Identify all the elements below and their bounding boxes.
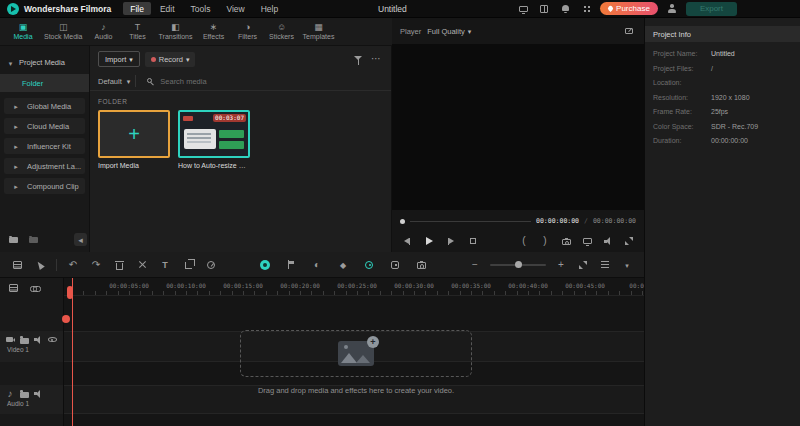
menu-tools[interactable]: Tools <box>184 2 218 15</box>
motion-tracking-icon[interactable] <box>362 258 376 272</box>
quality-selector[interactable]: Full Quality <box>427 26 471 36</box>
video-camera-icon[interactable] <box>4 334 16 345</box>
preview-viewport[interactable] <box>392 44 644 210</box>
sort-filter-icon[interactable] <box>351 52 365 66</box>
chevron-down-icon[interactable] <box>620 258 634 272</box>
current-timecode: 00:00:00:00 <box>536 217 579 225</box>
menu-view[interactable]: View <box>219 2 251 15</box>
split-icon[interactable] <box>135 258 149 272</box>
mute-track-icon[interactable] <box>32 388 44 399</box>
tab-media[interactable]: ▣ Media <box>10 23 36 40</box>
fit-timeline-icon[interactable] <box>576 258 590 272</box>
delete-icon[interactable] <box>112 258 126 272</box>
record-voiceover-icon[interactable] <box>258 258 272 272</box>
record-button[interactable]: Record <box>145 52 196 67</box>
tab-titles[interactable]: T Titles <box>125 23 151 40</box>
sidebar-item-adjustment-layer[interactable]: Adjustment La... <box>4 158 85 174</box>
more-options-icon[interactable] <box>369 52 383 66</box>
mark-out-icon[interactable] <box>538 234 552 248</box>
crop-icon[interactable] <box>181 258 195 272</box>
layout-icon[interactable] <box>537 2 551 16</box>
playhead-grip[interactable] <box>62 315 70 323</box>
detach-player-icon[interactable] <box>622 24 636 38</box>
play-icon[interactable] <box>422 234 436 248</box>
redo-icon[interactable] <box>89 258 103 272</box>
timeline-dropzone[interactable]: + <box>240 330 472 377</box>
templates-icon: ▦ <box>314 23 323 32</box>
speed-icon[interactable] <box>204 258 218 272</box>
zoom-slider[interactable] <box>490 264 546 266</box>
apps-grid-icon[interactable] <box>579 2 593 16</box>
tab-effects[interactable]: ∗ Effects <box>201 23 227 40</box>
select-tool-icon[interactable] <box>33 258 47 272</box>
cast-screen-icon[interactable] <box>516 2 530 16</box>
tab-stickers[interactable]: ☺ Stickers <box>269 23 295 40</box>
snapshot-icon[interactable] <box>414 258 428 272</box>
tab-audio[interactable]: ♪ Audio <box>91 23 117 40</box>
playhead-line[interactable] <box>72 278 73 426</box>
previous-frame-icon[interactable] <box>400 234 414 248</box>
scrubber-track[interactable] <box>410 221 531 222</box>
menu-file[interactable]: File <box>123 2 151 15</box>
notifications-bell-icon[interactable] <box>558 2 572 16</box>
track-view-toggle-icon[interactable] <box>598 258 612 272</box>
text-tool-icon[interactable] <box>158 258 172 272</box>
import-media-dropzone[interactable]: + <box>98 110 170 158</box>
sidebar-item-compound-clip[interactable]: Compound Clip <box>4 178 85 194</box>
tab-filters[interactable]: ◑ Filters <box>235 23 261 40</box>
link-clips-icon[interactable] <box>28 281 42 295</box>
zoom-out-icon[interactable] <box>468 258 482 272</box>
tab-templates[interactable]: ▦ Templates <box>303 23 335 40</box>
menu-help[interactable]: Help <box>254 2 285 15</box>
media-clip-tile[interactable]: 00:03:07 How to Auto-resize Vi... <box>178 110 250 169</box>
add-track-icon[interactable] <box>6 281 20 295</box>
mask-icon[interactable] <box>310 258 324 272</box>
add-media-plus-icon[interactable]: + <box>367 336 379 348</box>
project-info-row: Duration: 00:00:00:00 <box>653 137 792 144</box>
hide-track-eye-icon[interactable] <box>46 334 58 345</box>
sidebar-item-global-media[interactable]: Global Media <box>4 98 85 114</box>
mark-in-icon[interactable] <box>517 234 531 248</box>
undo-icon[interactable] <box>66 258 80 272</box>
timeline-ruler[interactable]: 00:00:05:00 00:00:10:00 00:00:15:00 00:0… <box>0 278 644 296</box>
manage-tracks-icon[interactable] <box>10 258 24 272</box>
sort-mode-value[interactable]: Default <box>98 77 122 86</box>
export-button[interactable]: Export <box>686 2 737 16</box>
chroma-key-icon[interactable] <box>388 258 402 272</box>
sidebar-item-project-media[interactable]: Project Media <box>0 54 89 71</box>
video-track-header[interactable]: Video 1 <box>0 331 63 362</box>
playhead-handle[interactable] <box>67 286 73 299</box>
delete-folder-icon[interactable] <box>26 232 40 246</box>
purchase-button[interactable]: Purchase <box>600 2 658 15</box>
zoom-in-icon[interactable] <box>554 258 568 272</box>
collapse-sidebar-button[interactable] <box>74 233 87 246</box>
music-note-icon[interactable] <box>4 388 16 399</box>
sidebar-item-influencer-kit[interactable]: Influencer Kit <box>4 138 85 154</box>
scrubber-handle[interactable] <box>400 219 405 224</box>
search-input[interactable] <box>160 77 383 86</box>
import-button[interactable]: Import <box>98 51 140 67</box>
account-avatar-icon[interactable] <box>665 2 679 16</box>
tab-transitions[interactable]: ◧ Transitions <box>159 23 193 40</box>
import-media-tile[interactable]: + Import Media <box>98 110 170 169</box>
clip-thumbnail[interactable]: 00:03:07 <box>178 110 250 158</box>
effects-icon: ∗ <box>210 23 218 32</box>
marker-icon[interactable] <box>284 258 298 272</box>
audio-track-header[interactable]: Audio 1 <box>0 385 63 414</box>
fullscreen-icon[interactable] <box>622 234 636 248</box>
sidebar-item-cloud-media[interactable]: Cloud Media <box>4 118 85 134</box>
tab-stock-media[interactable]: ◫ Stock Media <box>44 23 83 40</box>
track-folder-icon[interactable] <box>18 334 30 345</box>
track-folder-icon[interactable] <box>18 388 30 399</box>
keyframe-icon[interactable] <box>336 258 350 272</box>
stop-icon[interactable] <box>466 234 480 248</box>
menu-edit[interactable]: Edit <box>153 2 182 15</box>
mute-track-icon[interactable] <box>32 334 44 345</box>
new-folder-icon[interactable] <box>6 232 20 246</box>
sidebar-item-folder[interactable]: Folder <box>0 74 89 92</box>
snapshot-camera-icon[interactable] <box>559 234 573 248</box>
next-frame-icon[interactable] <box>444 234 458 248</box>
volume-icon[interactable] <box>601 234 615 248</box>
zoom-slider-handle[interactable] <box>515 261 522 268</box>
display-icon[interactable] <box>580 234 594 248</box>
